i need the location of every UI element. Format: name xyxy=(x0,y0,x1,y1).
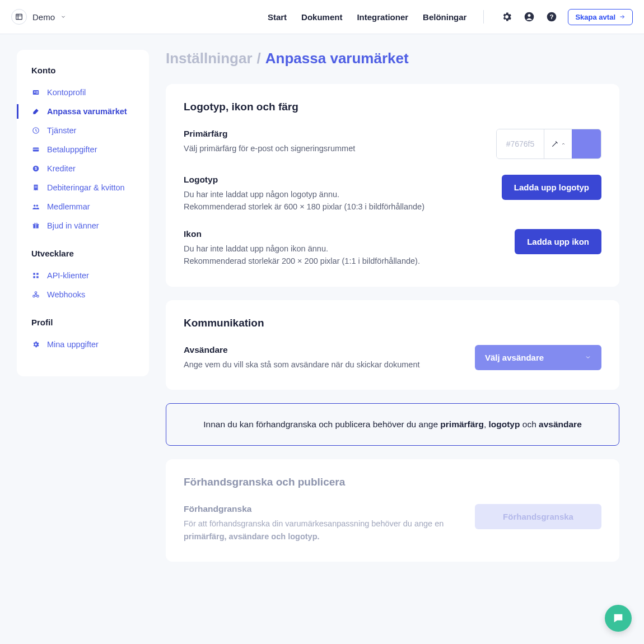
svg-rect-22 xyxy=(36,273,39,275)
nav-dokument[interactable]: Dokument xyxy=(301,12,342,22)
account-icon[interactable] xyxy=(523,11,535,23)
choose-sender-button[interactable]: Välj avsändare xyxy=(475,345,601,370)
sidebar-item-webhooks[interactable]: Webhooks xyxy=(17,285,149,304)
preview-button: Förhandsgranska xyxy=(475,504,601,529)
svg-point-17 xyxy=(36,205,39,207)
arrow-right-icon xyxy=(619,13,626,20)
cog-icon xyxy=(31,340,40,349)
eyedropper-icon xyxy=(551,140,559,148)
workspace-name: Demo xyxy=(32,12,55,22)
settings-main: Inställningar / Anpassa varumärket Logot… xyxy=(166,50,619,575)
members-icon xyxy=(31,202,40,211)
primary-color-control: #7676f5 xyxy=(496,129,601,159)
breadcrumb-parent[interactable]: Inställningar xyxy=(166,50,253,67)
svg-point-27 xyxy=(35,292,37,294)
sidebar-item-label: API-klienter xyxy=(47,271,89,280)
nav-icons: ? Skapa avtal xyxy=(501,9,633,25)
card-title: Förhandsgranska och publicera xyxy=(184,476,601,488)
sidebar-item-label: Tjänster xyxy=(47,126,76,135)
sidebar-item-api-klienter[interactable]: API-klienter xyxy=(17,266,149,285)
row-icon: Ikon Du har inte laddat upp någon ikon ä… xyxy=(184,229,601,268)
nav-divider xyxy=(483,10,484,24)
breadcrumb-sep: / xyxy=(257,50,261,67)
sidebar-item-label: Webhooks xyxy=(47,290,85,299)
svg-point-2 xyxy=(528,14,531,17)
upload-logo-button[interactable]: Ladda upp logotyp xyxy=(502,175,601,200)
breadcrumb: Inställningar / Anpassa varumärket xyxy=(166,50,619,67)
chevron-down-icon xyxy=(585,354,591,361)
svg-rect-21 xyxy=(33,273,35,275)
svg-rect-11 xyxy=(33,149,39,150)
gear-icon[interactable] xyxy=(501,11,513,23)
settings-sidebar: Konto Kontoprofil Anpassa varumärket Tjä… xyxy=(17,50,149,376)
sidebar-item-label: Anpassa varumärket xyxy=(47,107,127,116)
nav-beloningar[interactable]: Belöningar xyxy=(423,12,466,22)
sender-desc: Ange vem du vill ska stå som avsändare n… xyxy=(184,358,461,371)
grid-icon xyxy=(31,271,40,280)
row-logo: Logotyp Du har inte laddat upp någon log… xyxy=(184,175,601,213)
sidebar-group-profil: Profil xyxy=(17,318,149,335)
topbar: Demo Start Dokument Integrationer Belöni… xyxy=(0,0,644,34)
chevron-up-icon xyxy=(561,142,566,146)
color-picker-toggle[interactable] xyxy=(544,129,572,158)
sidebar-item-anpassa-varumarket[interactable]: Anpassa varumärket xyxy=(17,102,149,121)
workspace-switcher[interactable]: Demo xyxy=(11,9,66,25)
primary-color-input[interactable]: #7676f5 xyxy=(497,129,544,158)
icon-upload-label: Ikon xyxy=(184,229,501,239)
svg-rect-23 xyxy=(33,276,35,278)
sidebar-item-krediter[interactable]: $ Krediter xyxy=(17,159,149,178)
upload-icon-button[interactable]: Ladda upp ikon xyxy=(515,229,601,254)
preview-label: Förhandgranska xyxy=(184,504,461,514)
sidebar-item-kontoprofil[interactable]: Kontoprofil xyxy=(17,83,149,102)
choose-sender-label: Välj avsändare xyxy=(485,353,544,362)
svg-text:?: ? xyxy=(550,13,554,20)
primary-color-desc: Välj primärfärg för e-post och signering… xyxy=(184,142,483,155)
nav-start[interactable]: Start xyxy=(268,12,287,22)
sidebar-item-mina-uppgifter[interactable]: Mina uppgifter xyxy=(17,335,149,354)
color-swatch[interactable] xyxy=(572,129,601,158)
sidebar-item-label: Betaluppgifter xyxy=(47,145,97,154)
logo-label: Logotyp xyxy=(184,175,488,185)
sidebar-item-debiteringar-kvitton[interactable]: Debiteringar & kvitton xyxy=(17,178,149,197)
sidebar-item-label: Debiteringar & kvitton xyxy=(47,183,125,192)
clock-icon xyxy=(31,126,40,135)
icon-upload-desc: Du har inte laddat upp någon ikon ännu. … xyxy=(184,242,501,268)
nav-integrationer[interactable]: Integrationer xyxy=(357,12,408,22)
sidebar-item-label: Kontoprofil xyxy=(47,88,86,97)
card-communication: Kommunikation Avsändare Ange vem du vill… xyxy=(166,300,619,390)
sidebar-item-label: Mina uppgifter xyxy=(47,340,99,349)
page-body: Konto Kontoprofil Anpassa varumärket Tjä… xyxy=(0,34,644,598)
row-sender: Avsändare Ange vem du vill ska stå som a… xyxy=(184,345,601,371)
workspace-icon xyxy=(11,9,27,25)
webhook-icon xyxy=(31,290,40,299)
coin-icon: $ xyxy=(31,164,40,173)
card-preview-publish: Förhandsgranska och publicera Förhandgra… xyxy=(166,459,619,562)
sidebar-item-medlemmar[interactable]: Medlemmar xyxy=(17,197,149,216)
svg-rect-14 xyxy=(35,186,38,186)
sidebar-item-betaluppgifter[interactable]: Betaluppgifter xyxy=(17,140,149,159)
svg-rect-20 xyxy=(35,224,36,228)
sidebar-item-tjanster[interactable]: Tjänster xyxy=(17,121,149,140)
brush-icon xyxy=(31,107,40,116)
svg-rect-15 xyxy=(35,187,38,188)
row-preview: Förhandgranska För att förhandsgranska d… xyxy=(184,504,601,543)
create-agreement-button[interactable]: Skapa avtal xyxy=(568,9,633,25)
sidebar-item-bjud-in-vanner[interactable]: Bjud in vänner xyxy=(17,216,149,235)
card-title: Kommunikation xyxy=(184,317,601,329)
svg-rect-5 xyxy=(33,90,39,95)
svg-text:$: $ xyxy=(35,166,37,171)
svg-point-6 xyxy=(34,91,35,92)
sidebar-item-label: Bjud in vänner xyxy=(47,221,99,230)
svg-rect-7 xyxy=(36,91,39,92)
chevron-down-icon xyxy=(60,14,66,20)
create-agreement-label: Skapa avtal xyxy=(575,13,615,21)
svg-rect-0 xyxy=(16,14,22,19)
top-nav: Start Dokument Integrationer Belöningar … xyxy=(268,9,633,25)
sender-label: Avsändare xyxy=(184,345,461,355)
user-card-icon xyxy=(31,88,40,97)
help-icon[interactable]: ? xyxy=(545,11,558,23)
sidebar-item-label: Krediter xyxy=(47,164,76,173)
credit-card-icon xyxy=(31,145,40,154)
svg-point-16 xyxy=(34,205,36,207)
receipt-icon xyxy=(31,183,40,192)
